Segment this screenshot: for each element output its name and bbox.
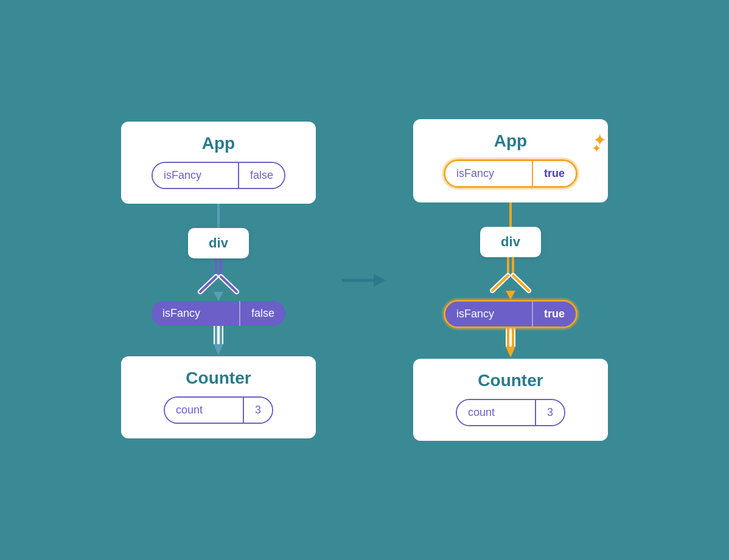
right-connector-1 (509, 202, 512, 227)
svg-line-4 (200, 277, 216, 292)
left-dark-pill: isFancy false (152, 301, 285, 326)
svg-line-18 (492, 275, 508, 291)
right-app-pill-label: isFancy (445, 161, 532, 186)
main-container: App isFancy false div (0, 0, 729, 560)
left-connector-1 (217, 204, 220, 228)
left-counter-box: Counter count 3 (121, 356, 316, 438)
sparkle-2: ✦ (593, 130, 607, 150)
middle-arrow (340, 265, 389, 296)
svg-line-5 (221, 277, 237, 292)
left-app-pill: isFancy false (152, 162, 285, 189)
left-app-title: App (202, 134, 235, 153)
svg-marker-25 (506, 347, 515, 358)
svg-line-19 (513, 275, 529, 291)
right-fork-svg (438, 257, 584, 300)
right-arrow-svg (492, 328, 529, 359)
right-counter-box: Counter count 3 (413, 359, 608, 441)
svg-marker-11 (214, 344, 223, 355)
right-app-title: App (494, 131, 527, 151)
right-dark-pill: isFancy true ✦ ✦ (444, 300, 577, 328)
left-counter-title: Counter (186, 368, 251, 388)
sparkle-1: ✦ (591, 141, 602, 156)
svg-marker-20 (506, 291, 515, 300)
right-app-pill: isFancy true (444, 159, 577, 188)
left-count-value: 3 (243, 398, 272, 423)
right-counter-title: Counter (478, 371, 543, 390)
left-count-label: count (165, 398, 243, 423)
left-fork-svg (145, 258, 291, 301)
left-diagram: App isFancy false div (121, 122, 316, 438)
left-dark-pill-value: false (239, 301, 285, 326)
arrow-svg (340, 265, 389, 296)
right-count-label: count (457, 400, 535, 425)
right-dark-pill-value: true (532, 302, 576, 327)
right-div-node: div (480, 227, 541, 257)
right-dark-pill-label: isFancy (445, 302, 532, 327)
right-fork-connector (438, 257, 584, 300)
left-count-pill: count 3 (164, 396, 273, 424)
left-connector-2 (200, 326, 237, 356)
left-app-box: App isFancy false (121, 122, 316, 204)
right-connector-2 (492, 328, 529, 359)
left-app-pill-value: false (238, 163, 284, 188)
svg-marker-13 (374, 274, 386, 287)
left-div-node: div (188, 228, 249, 258)
left-fork-connector (145, 258, 291, 301)
right-diagram: App isFancy true ✦ ✦ div (413, 119, 608, 441)
right-app-box: App isFancy true ✦ ✦ (413, 119, 608, 202)
left-dark-pill-label: isFancy (152, 301, 239, 326)
right-count-value: 3 (535, 400, 564, 425)
left-arrow-svg (200, 326, 237, 356)
right-count-pill: count 3 (456, 399, 565, 426)
svg-marker-6 (214, 292, 223, 301)
left-app-pill-label: isFancy (153, 163, 238, 188)
right-app-pill-value: true (532, 161, 576, 186)
